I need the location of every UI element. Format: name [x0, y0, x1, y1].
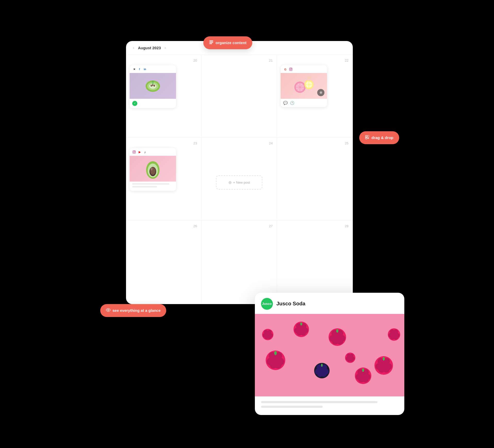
next-arrow[interactable]: ›: [164, 46, 166, 50]
blackberry: [314, 363, 330, 378]
svg-point-34: [107, 309, 109, 311]
detail-text-line-1: [261, 401, 378, 403]
expand-overlay-icon: ⊕: [317, 89, 324, 96]
cell-number-26: 26: [193, 224, 197, 228]
svg-point-61: [383, 366, 390, 373]
svg-point-80: [362, 368, 364, 372]
prev-arrow[interactable]: ‹: [133, 46, 135, 50]
cell-number-23: 23: [193, 141, 197, 145]
svg-rect-31: [365, 135, 367, 137]
raspberry-scene-svg: [255, 314, 404, 396]
clock-icon: 🕐: [290, 101, 295, 105]
eye-icon: [106, 308, 111, 313]
svg-point-5: [152, 84, 153, 86]
cal-cell-21: 21: [202, 55, 277, 138]
drag-icon: [365, 135, 370, 141]
plus-icon: ⊕: [228, 180, 232, 185]
detail-card-header: Jusco Jusco Soda: [255, 293, 404, 314]
svg-rect-29: [209, 42, 213, 43]
raspberry-small-1: [262, 329, 273, 340]
post-image-avocado: [130, 156, 176, 182]
detail-text-line-2: [261, 406, 323, 408]
cal-cell-27: 27: [202, 221, 277, 303]
svg-point-97: [267, 335, 271, 339]
raspberry-1: [266, 351, 285, 370]
detail-card: Jusco Jusco Soda: [255, 293, 404, 415]
cal-cell-28: 28: [277, 221, 353, 303]
brand-avatar-text: Jusco: [262, 302, 272, 306]
brand-avatar: Jusco: [261, 298, 273, 310]
instagram-icon: [289, 67, 293, 71]
cell-number-25: 25: [345, 141, 348, 145]
svg-point-79: [362, 376, 369, 382]
svg-point-43: [274, 361, 282, 369]
calendar-card: ‹ August 2023 › 20 ✕ f in: [126, 41, 353, 304]
svg-rect-28: [209, 40, 213, 41]
raspberry-3: [374, 356, 393, 375]
svg-rect-30: [209, 43, 212, 44]
post-card-header-23: ▶ ♪: [130, 148, 176, 156]
svg-point-113: [350, 358, 353, 362]
svg-point-9: [291, 68, 292, 69]
cell-number-21: 21: [269, 59, 273, 62]
svg-point-105: [393, 335, 398, 340]
raspberry-4: [294, 322, 309, 337]
organize-label: organize content: [216, 40, 247, 45]
linkedin-icon: in: [143, 67, 147, 71]
post-card-footer-icons-22: 💬 🕐: [281, 99, 327, 107]
svg-point-70: [300, 330, 306, 336]
citrus-svg: [292, 74, 315, 97]
cell-number-20: 20: [193, 59, 197, 62]
svg-point-44: [274, 351, 277, 355]
svg-point-52: [337, 338, 343, 345]
cal-cell-20: 20 ✕ f in: [126, 55, 202, 138]
svg-point-21: [133, 151, 135, 153]
cell-number-27: 27: [269, 224, 273, 228]
x-icon: ✕: [132, 67, 136, 71]
new-post-label: + New post: [233, 181, 250, 184]
svg-point-22: [135, 151, 135, 152]
raspberry-2: [329, 328, 346, 346]
text-line-1: [132, 183, 169, 185]
cal-cell-23: 23 ▶ ♪: [126, 138, 202, 221]
comment-icon: 💬: [283, 101, 288, 105]
svg-point-27: [150, 167, 153, 170]
avocado-svg: [143, 157, 163, 180]
brand-name: Jusco Soda: [277, 301, 305, 307]
tiktok-icon: ♪: [143, 150, 147, 154]
drag-drop-badge: drag & drop: [359, 131, 399, 144]
text-line-2: [132, 186, 157, 188]
raspberry-5: [355, 368, 371, 384]
new-post-button[interactable]: ⊕ + New post: [216, 175, 262, 190]
main-scene: ‹ August 2023 › 20 ✕ f in: [105, 31, 389, 418]
facebook-icon: f: [138, 67, 142, 71]
calendar-grid: 20 ✕ f in: [126, 55, 353, 304]
svg-rect-32: [367, 135, 369, 137]
google-icon: G: [283, 67, 287, 71]
svg-point-53: [336, 329, 338, 333]
svg-point-62: [383, 357, 385, 361]
detail-card-footer: [255, 396, 404, 415]
post-card-melon[interactable]: ✕ f in: [130, 65, 176, 108]
svg-point-71: [300, 322, 302, 325]
post-text-lines: [130, 182, 176, 191]
post-image-citrus: ⊕: [281, 73, 327, 99]
post-card-header-22: G: [281, 65, 327, 73]
svg-point-89: [321, 364, 323, 367]
youtube-icon: ▶: [138, 150, 142, 154]
cell-number-24: 24: [269, 141, 273, 145]
post-card-citrus[interactable]: G: [281, 65, 327, 107]
cal-cell-24: 24 ⊕ + New post: [202, 138, 277, 221]
svg-rect-33: [365, 137, 367, 139]
post-card-footer-check: ✓: [130, 99, 176, 108]
post-image-melon: [130, 73, 176, 99]
instagram-icon-23: [132, 150, 136, 154]
cell-number-28: 28: [345, 224, 348, 228]
post-card-header: ✕ f in: [130, 65, 176, 73]
svg-rect-20: [133, 151, 136, 153]
approved-check: ✓: [132, 101, 137, 106]
cal-cell-26: 26: [126, 221, 202, 303]
raspberry-small-2: [388, 328, 400, 341]
organize-icon: [209, 40, 214, 46]
post-card-avocado[interactable]: ▶ ♪: [130, 148, 176, 191]
